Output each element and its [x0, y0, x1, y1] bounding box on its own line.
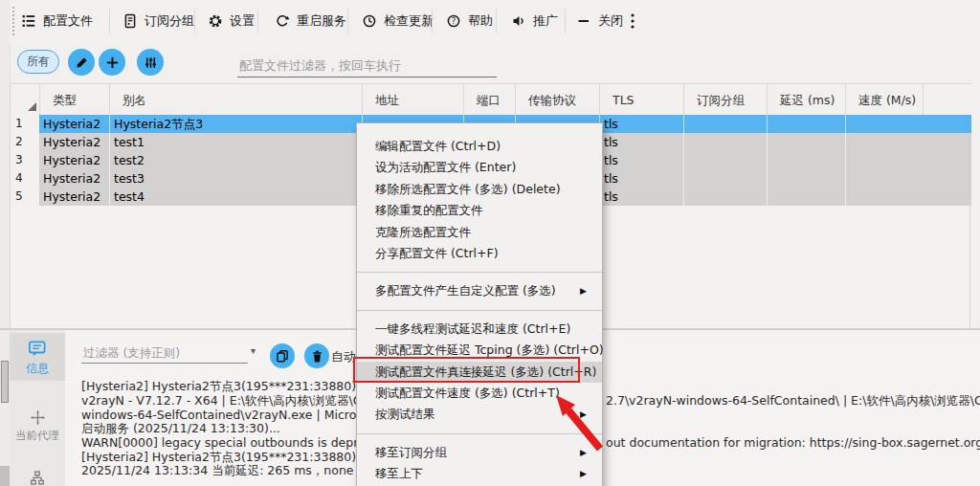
log-line: [Hysteria2] Hysteria2节点3(195***231:33880…: [81, 450, 356, 464]
menu-item-share-profile[interactable]: 分享配置文件 (Ctrl+F): [357, 243, 602, 264]
settings-button[interactable]: 设置: [208, 8, 255, 34]
column-header-subscription[interactable]: 订阅分组: [683, 84, 767, 116]
row-number: 3: [11, 151, 39, 169]
copy-log-button[interactable]: [270, 343, 295, 368]
more-menu-button[interactable]: [626, 10, 639, 33]
bottom-sidebar: 信息 当前代理: [10, 330, 65, 486]
menu-item-test-all[interactable]: 一键多线程测试延迟和速度 (Ctrl+E): [357, 319, 602, 340]
tab-current-proxy[interactable]: 当前代理: [10, 409, 65, 443]
column-header-protocol[interactable]: 传输协议: [515, 84, 599, 116]
menu-item-test-real-delay[interactable]: 测试配置文件真连接延迟 (多选) (Ctrl+R): [357, 362, 602, 383]
column-header-tls[interactable]: TLS: [599, 84, 683, 116]
column-header-blank: [923, 84, 971, 116]
copy-icon: [276, 349, 289, 363]
menu-item-set-active[interactable]: 设为活动配置文件 (Enter): [357, 157, 602, 178]
menu-item-remove-duplicates[interactable]: 移除重复的配置文件: [357, 200, 602, 221]
column-header-alias[interactable]: 别名: [109, 84, 362, 116]
cell-alias: test1: [109, 133, 362, 151]
tab-info[interactable]: 信息: [10, 333, 65, 381]
cell-tls: tls: [599, 151, 683, 169]
clear-log-button[interactable]: [304, 343, 329, 368]
log-line: 2025/11/24 13:13:34 当前延迟: 265 ms，none: [81, 463, 354, 477]
cell-tls: tls: [599, 188, 683, 206]
menu-item-move-to-group[interactable]: 移至订阅分组▶: [357, 442, 602, 463]
toolbar-separator: [257, 9, 258, 33]
log-filter-input[interactable]: [81, 342, 248, 364]
main-toolbar: 配置文件 订阅分组 设置 重启服务: [10, 0, 980, 43]
kebab-icon: [626, 11, 639, 31]
cell-alias: Hysteria2节点3: [109, 115, 362, 133]
promotion-button-label: 推广: [533, 12, 558, 30]
adjust-columns-button[interactable]: [137, 49, 164, 76]
row-number: 2: [11, 133, 39, 151]
select-all-corner[interactable]: [11, 84, 39, 116]
close-button[interactable]: 关闭: [576, 8, 623, 34]
add-profile-button[interactable]: [99, 49, 125, 76]
toolbar-separator: [194, 9, 195, 33]
pencil-icon: [75, 55, 89, 70]
cell-speed: [845, 151, 923, 169]
cell-tls: tls: [599, 169, 683, 188]
menu-item-test-tcping[interactable]: 测试配置文件延迟 Tcping (多选) (Ctrl+O): [357, 340, 602, 361]
gear-icon: [208, 13, 223, 29]
menu-item-edit-profile[interactable]: 编辑配置文件 (Ctrl+D): [357, 136, 602, 157]
cell-delay: [767, 151, 845, 169]
column-header-type[interactable]: 类型: [39, 84, 109, 116]
log-line: [Hysteria2] Hysteria2节点3(195***231:33880…: [81, 379, 356, 393]
menu-separator: [357, 272, 602, 273]
toolbar-grip[interactable]: [12, 7, 14, 35]
promotion-button[interactable]: 推广: [511, 8, 558, 34]
toolbar-separator: [109, 9, 110, 33]
cell-type: Hysteria2: [39, 188, 109, 206]
cell-delay: [767, 133, 845, 151]
context-menu: 编辑配置文件 (Ctrl+D) 设为活动配置文件 (Enter) 移除所选配置文…: [356, 122, 603, 486]
cell-type: Hysteria2: [39, 133, 109, 151]
menu-item-test-speed[interactable]: 测试配置文件速度 (多选) (Ctrl+T): [357, 383, 602, 404]
trash-icon: [311, 350, 323, 363]
column-header-port[interactable]: 端口: [463, 84, 515, 116]
minus-icon: [576, 13, 591, 29]
tab-connections[interactable]: [10, 471, 65, 486]
edit-profile-button[interactable]: [68, 49, 95, 76]
restart-service-button[interactable]: 重启服务: [275, 8, 346, 34]
menu-item-sort-by-test-result[interactable]: 按测试结果▶: [357, 404, 602, 425]
cell-subscription: [683, 151, 767, 169]
left-scrollbar-thumb[interactable]: [1, 361, 9, 403]
settings-button-label: 设置: [230, 12, 255, 30]
network-nodes-icon: [29, 471, 46, 486]
menu-item-clone-selected[interactable]: 克隆所选配置文件: [357, 222, 602, 243]
cell-alias: test2: [109, 151, 362, 169]
column-header-speed[interactable]: 速度 (M/s): [845, 84, 923, 116]
subscriptions-button-label: 订阅分组: [145, 12, 194, 30]
sliders-icon: [144, 55, 158, 70]
help-button[interactable]: ? 帮助: [446, 8, 493, 34]
profiles-button[interactable]: 配置文件: [21, 8, 93, 34]
subscriptions-button[interactable]: 订阅分组: [122, 8, 194, 34]
toolbar-separator: [432, 9, 433, 33]
menu-item-move-up-down[interactable]: 移至上下▶: [357, 463, 602, 484]
profile-filter-input[interactable]: [237, 54, 497, 77]
restart-icon: [275, 13, 290, 29]
speaker-icon: [511, 13, 526, 29]
menu-item-generate-custom-config[interactable]: 多配置文件产生自定义配置 (多选)▶: [357, 280, 602, 301]
group-all-label: 所有: [27, 54, 50, 70]
row-number: 5: [11, 188, 39, 206]
submenu-arrow-icon: ▶: [580, 404, 587, 425]
log-line: 启动服务 (2025/11/24 13:13:30)...: [81, 421, 280, 435]
submenu-arrow-icon: ▶: [580, 442, 587, 463]
toolbar-separator: [347, 9, 348, 33]
cell-tls: tls: [599, 115, 683, 133]
cell-type: Hysteria2: [39, 115, 109, 133]
menu-item-remove-selected[interactable]: 移除所选配置文件 (多选) (Delete): [357, 179, 602, 200]
tab-info-label: 信息: [26, 361, 49, 377]
chevron-down-icon[interactable]: ▾: [251, 345, 256, 356]
cell-subscription: [683, 133, 767, 151]
menu-separator: [357, 433, 602, 434]
restart-service-button-label: 重启服务: [297, 12, 346, 30]
check-update-button[interactable]: 检查更新: [362, 8, 434, 34]
cell-subscription: [683, 188, 767, 206]
column-header-delay[interactable]: 延迟 (ms): [767, 84, 845, 116]
column-header-address[interactable]: 地址: [362, 84, 463, 116]
cell-speed: [845, 115, 923, 133]
group-all-button[interactable]: 所有: [17, 50, 59, 74]
